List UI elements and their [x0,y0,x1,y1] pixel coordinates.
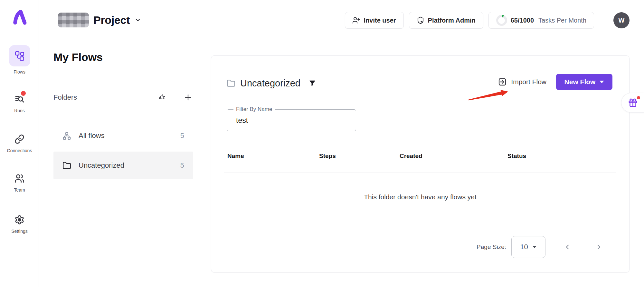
runs-icon-box [9,93,30,105]
top-actions: Invite user Platform Admin 65/1000 Tasks… [345,12,630,29]
tree-icon [62,132,71,140]
folder-item-count: 5 [180,161,184,170]
page-title: My Flows [53,51,103,64]
import-flow-button[interactable]: Import Flow [498,77,546,86]
column-header-status: Status [507,153,613,160]
folders-header: Folders [53,90,193,104]
filter-by-name-input[interactable] [227,110,356,131]
import-flow-label: Import Flow [511,78,546,86]
card-header: Uncategorized [227,75,316,91]
filter-by-name-field: Filter By Name [227,109,356,131]
gift-notification-dot [637,96,640,99]
chevron-down-icon [600,81,604,83]
project-name-redacted [58,13,89,27]
platform-admin-button[interactable]: Platform Admin [409,12,483,29]
app-logo[interactable] [0,8,39,25]
invite-user-button[interactable]: Invite user [345,12,404,29]
sidebar-item-connections[interactable]: Connections [0,133,39,153]
column-header-steps: Steps [319,153,400,160]
whats-new-gift-tab[interactable] [621,93,644,113]
sidebar-label-flows: Flows [14,69,25,74]
chevron-down-icon [134,16,141,24]
pagination: Page Size: 10 [477,236,604,258]
folder-item-all-flows[interactable]: All flows 5 [53,122,193,150]
table-header-row: Name Steps Created Status [227,153,613,160]
flows-icon-box [9,45,30,66]
workflow-icon [14,51,25,61]
sidebar-label-settings: Settings [11,229,28,234]
table-header-divider [224,172,616,173]
page-size-label: Page Size: [477,243,506,251]
gear-icon [14,215,24,225]
next-page-button[interactable] [594,242,604,252]
funnel-icon [308,79,316,87]
page-size-select[interactable]: 10 [511,236,545,258]
new-flow-button[interactable]: New Flow [556,74,612,90]
empty-state-text: This folder doesn't have any flows yet [211,193,629,201]
sidebar-label-connections: Connections [7,148,32,153]
project-switcher[interactable]: Project [58,10,141,30]
sort-alpha-button[interactable] [158,93,166,102]
sidebar-item-settings[interactable]: Settings [0,213,39,234]
user-plus-icon [353,16,360,24]
tasks-label: Tasks Per Month [538,17,586,24]
folder-item-uncategorized[interactable]: Uncategorized 5 [53,152,193,179]
settings-icon-box [9,213,30,226]
top-bar: Project Invite user Platform Admin [39,0,644,40]
folder-icon [62,161,71,170]
column-header-name: Name [227,153,319,160]
chevron-left-icon [564,243,571,251]
import-box-arrow-icon [498,77,507,86]
plus-icon [184,93,193,102]
runs-notification-dot [21,91,26,96]
chevron-right-icon [595,243,603,251]
user-avatar[interactable]: W [613,12,630,28]
connections-icon-box [9,133,30,145]
folder-item-label: Uncategorized [79,161,124,170]
users-icon [14,173,24,183]
new-flow-label: New Flow [564,78,596,86]
tasks-progress-ring-hole [498,17,505,24]
gift-icon [628,98,638,108]
chevron-down-icon [532,246,536,248]
card-header-actions: Import Flow New Flow [498,74,612,90]
folder-item-label: All flows [79,132,105,140]
project-title: Project [93,14,130,26]
folders-label: Folders [53,93,77,102]
platform-admin-label: Platform Admin [428,17,476,24]
sidebar-item-flows[interactable]: Flows [0,45,39,74]
previous-page-button[interactable] [562,242,573,252]
tasks-usage-widget[interactable]: 65/1000 Tasks Per Month [488,12,594,29]
sidebar-label-team: Team [14,187,25,193]
invite-user-label: Invite user [364,17,396,24]
folder-icon [227,79,235,88]
card-folder-title: Uncategorized [240,78,300,89]
column-header-created: Created [400,153,507,160]
activepieces-logo-icon [11,8,28,25]
page-size-value: 10 [520,243,528,251]
folder-item-count: 5 [180,132,184,140]
tasks-count: 65/1000 [511,17,534,24]
sidebar-item-team[interactable]: Team [0,172,39,193]
add-folder-button[interactable] [184,93,193,102]
icon-sidebar: Flows Runs Connections [0,0,39,287]
flows-table-card: Uncategorized Import Flow New Flow Filte… [211,55,630,272]
tasks-progress-ring [496,15,507,26]
sort-alpha-icon [158,93,166,102]
shield-icon [417,16,424,24]
team-icon-box [9,172,30,184]
sidebar-label-runs: Runs [14,108,25,113]
filter-funnel-button[interactable] [308,79,316,87]
link-icon [14,134,24,144]
sidebar-item-runs[interactable]: Runs [0,93,39,113]
